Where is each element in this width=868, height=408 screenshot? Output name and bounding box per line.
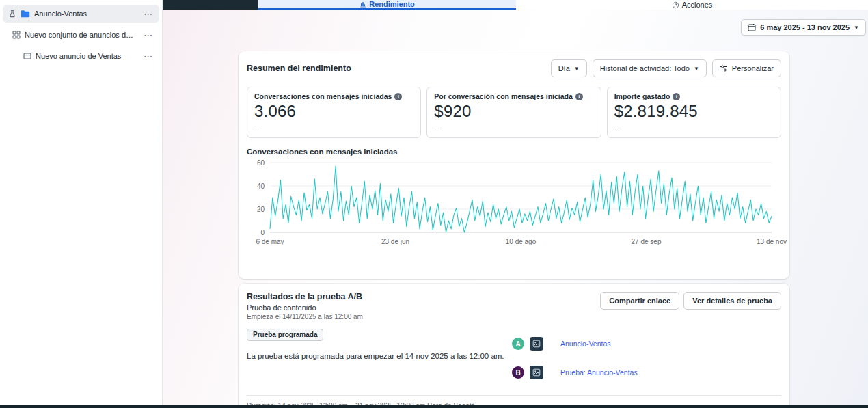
interval-dropdown-label: Día bbox=[558, 64, 570, 72]
info-icon[interactable] bbox=[394, 93, 402, 100]
activity-history-dropdown[interactable]: Historial de actividad: Todo ▼ bbox=[593, 59, 707, 77]
variant-a-avatar: A bbox=[512, 338, 524, 350]
variant-row-a: A Anuncio-Ventas bbox=[512, 337, 638, 351]
interval-dropdown[interactable]: Día ▼ bbox=[551, 59, 587, 77]
sidebar-campaign-label: Anuncio-Ventas bbox=[34, 10, 137, 18]
customize-button-label: Personalizar bbox=[732, 64, 774, 72]
sidebar-ad-label: Nuevo anuncio de Ventas bbox=[36, 52, 137, 60]
ab-scheduled-message: La prueba está programada para empezar e… bbox=[247, 351, 506, 362]
ad-more-options-button[interactable]: ⋯ bbox=[137, 51, 159, 62]
variant-b-avatar: B bbox=[512, 366, 524, 379]
info-icon[interactable] bbox=[575, 93, 583, 100]
view-test-details-button[interactable]: Ver detalles de prueba bbox=[683, 292, 781, 310]
metric-label: Importe gastado bbox=[614, 92, 670, 100]
metric-label: Conversaciones con mensajes iniciadas bbox=[254, 92, 392, 100]
ab-card-title: Resultados de la prueba A/B bbox=[247, 292, 363, 301]
svg-text:0: 0 bbox=[260, 229, 265, 236]
performance-summary-card: Resumen del rendimiento Día ▼ Historial … bbox=[239, 51, 789, 279]
share-link-button[interactable]: Compartir enlace bbox=[600, 292, 679, 310]
chart-title: Conversaciones con mensajes iniciadas bbox=[247, 148, 781, 156]
campaign-sidebar: Anuncio-Ventas ⋯ Nuevo conjunto de anunc… bbox=[0, 0, 163, 408]
variant-a-link[interactable]: Anuncio-Ventas bbox=[560, 340, 611, 348]
test-status-badge: Prueba programada bbox=[247, 329, 323, 341]
adset-grid-icon bbox=[12, 31, 21, 39]
sidebar-item-campaign[interactable]: Anuncio-Ventas ⋯ bbox=[3, 5, 159, 23]
calendar-icon bbox=[748, 23, 756, 31]
top-dark-strip bbox=[162, 0, 258, 10]
metric-value: $920 bbox=[434, 102, 593, 121]
ab-start-note: Empieza el 14/11/2025 a las 12:00 am bbox=[247, 313, 363, 321]
metric-value: $2.819.845 bbox=[614, 102, 774, 121]
ab-card-subtitle: Prueba de contenido bbox=[247, 303, 363, 312]
performance-card-title: Resumen del rendimiento bbox=[247, 64, 351, 73]
conversations-line-chart: 02040606 de may23 de jun10 de ago27 de s… bbox=[245, 159, 789, 249]
date-range-label: 6 may 2025 - 13 nov 2025 bbox=[760, 23, 850, 31]
campaign-more-options-button[interactable]: ⋯ bbox=[137, 9, 159, 19]
actions-icon bbox=[672, 1, 679, 9]
bar-chart-icon bbox=[360, 1, 366, 8]
svg-text:27 de sep: 27 de sep bbox=[632, 238, 662, 245]
metric-secondary: -- bbox=[434, 123, 593, 131]
ad-frame-icon bbox=[23, 52, 31, 60]
metric-card-conversations: Conversaciones con mensajes iniciadas 3.… bbox=[247, 87, 421, 138]
report-tabbar: Rendimiento Acciones bbox=[162, 0, 868, 10]
bottom-dark-bar bbox=[0, 405, 868, 408]
tab-performance[interactable]: Rendimiento bbox=[258, 0, 516, 10]
sliders-icon bbox=[720, 64, 728, 72]
campaign-folder-icon bbox=[21, 10, 30, 18]
activity-history-label: Historial de actividad: Todo bbox=[600, 64, 690, 72]
info-icon[interactable] bbox=[673, 93, 680, 100]
variant-row-b: B Prueba: Anuncio-Ventas bbox=[512, 366, 638, 379]
variant-b-link[interactable]: Prueba: Anuncio-Ventas bbox=[560, 368, 638, 377]
ab-test-flask-icon bbox=[8, 10, 16, 18]
metric-card-amount-spent: Importe gastado $2.819.845 -- bbox=[607, 87, 781, 138]
sidebar-item-ad[interactable]: Nuevo anuncio de Ventas ⋯ bbox=[3, 47, 159, 65]
tab-performance-label: Rendimiento bbox=[369, 0, 415, 8]
main-content: Rendimiento Acciones 6 may 2025 - 13 nov… bbox=[162, 0, 868, 408]
sidebar-item-adset[interactable]: Nuevo conjunto de anuncios de Ventas ⋯ bbox=[3, 26, 159, 44]
customize-button[interactable]: Personalizar bbox=[712, 59, 781, 77]
metric-secondary: -- bbox=[614, 123, 774, 131]
svg-text:13 de nov: 13 de nov bbox=[757, 238, 787, 245]
svg-text:20: 20 bbox=[257, 206, 265, 213]
metric-card-cost-per-conversation: Por conversación con mensajes iniciada $… bbox=[426, 87, 601, 138]
metric-secondary: -- bbox=[254, 123, 413, 131]
chevron-down-icon: ▼ bbox=[574, 66, 580, 72]
ab-test-results-card: Resultados de la prueba A/B Prueba de co… bbox=[239, 284, 789, 408]
svg-text:23 de jun: 23 de jun bbox=[381, 238, 409, 245]
tab-actions[interactable]: Acciones bbox=[516, 0, 868, 10]
ad-thumbnail-icon bbox=[530, 366, 543, 379]
adset-more-options-button[interactable]: ⋯ bbox=[137, 30, 159, 40]
svg-text:10 de ago: 10 de ago bbox=[506, 238, 537, 245]
date-range-button[interactable]: 6 may 2025 - 13 nov 2025 ▼ bbox=[741, 19, 866, 36]
metric-value: 3.066 bbox=[254, 102, 413, 121]
metric-label: Por conversación con mensajes iniciada bbox=[434, 92, 573, 100]
svg-text:60: 60 bbox=[257, 159, 265, 167]
sidebar-adset-label: Nuevo conjunto de anuncios de Ventas bbox=[25, 31, 137, 39]
tab-actions-label: Acciones bbox=[682, 1, 713, 9]
ad-thumbnail-icon bbox=[530, 337, 543, 351]
chevron-down-icon: ▼ bbox=[854, 25, 859, 31]
svg-text:40: 40 bbox=[257, 182, 265, 190]
chevron-down-icon: ▼ bbox=[694, 66, 699, 72]
svg-text:6 de may: 6 de may bbox=[256, 238, 284, 245]
